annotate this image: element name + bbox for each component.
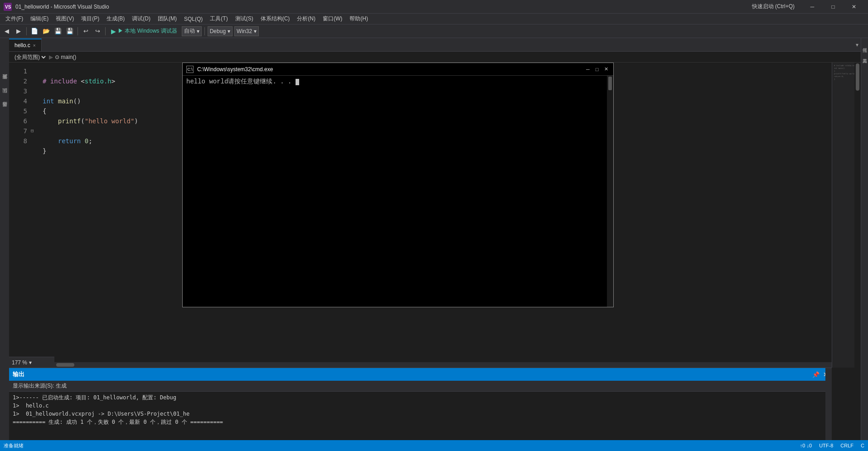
restore-button[interactable]: □: [823, 0, 844, 14]
output-subheader: 显示输出来源(S): 生成: [9, 381, 832, 392]
toolbar-save-btn[interactable]: 💾: [53, 26, 63, 36]
toolbar-sep-2: [78, 27, 78, 35]
zoom-area: 177 % ▾: [9, 357, 54, 368]
main-layout: 解决方案 团队 服务器 hello.c × ▾ (全局范围) ▶ ⊙ main(…: [0, 38, 868, 451]
tab-scroll-right[interactable]: ▾: [853, 39, 861, 51]
output-line-2: 1> hello.c: [13, 402, 828, 410]
zoom-dropdown-icon[interactable]: ▾: [29, 359, 32, 366]
status-bar: 准备就绪 ↑0 ↓0 UTF-8 CRLF C: [0, 440, 868, 451]
toolbar-new-btn[interactable]: 📄: [29, 26, 39, 36]
editor-hscrollbar[interactable]: [54, 362, 832, 368]
cmd-output-line: hello world请按任意键继续. . .: [186, 78, 610, 86]
menu-item-H[interactable]: 帮助(H): [346, 14, 372, 24]
vs-logo-icon: VS: [4, 3, 12, 11]
toolbar-redo-btn[interactable]: ↪: [92, 26, 102, 36]
toolbar-open-btn[interactable]: 📂: [41, 26, 51, 36]
menu-item-SQLQ[interactable]: SQL(Q): [180, 14, 206, 24]
play-icon: ▶: [111, 28, 116, 35]
platform-chevron: ▾: [254, 28, 257, 34]
toolbar: ◀ ▶ 📄 📂 💾 💾 ↩ ↪ ▶ ▶ 本地 Windows 调试器 自动 ▾ …: [0, 24, 868, 38]
scope-dropdown[interactable]: (全局范围): [13, 53, 47, 61]
config-dropdown[interactable]: 自动 ▾: [182, 26, 202, 36]
output-panel: 输出 📌 ✕ 显示输出来源(S): 生成 1>------ 已启动生成: 项目:…: [9, 368, 832, 451]
menu-bar: 文件(F)编辑(E)视图(V)项目(P)生成(B)调试(D)团队(M)SQL(Q…: [0, 14, 868, 24]
editor-container: hello.c × ▾ (全局范围) ▶ ⊙ main() 1 2 3 4 5 …: [9, 38, 861, 451]
status-eol: CRLF: [840, 443, 853, 448]
run-button[interactable]: ▶ ▶ 本地 Windows 调试器: [108, 27, 180, 35]
tab-hello-c[interactable]: hello.c ×: [9, 39, 42, 51]
toolbar-undo-btn[interactable]: ↩: [81, 26, 91, 36]
menu-item-D[interactable]: 调试(D): [128, 14, 154, 24]
status-ready: 准备就绪: [4, 442, 24, 449]
title-text: 01_helloworld - Microsoft Visual Studio: [15, 4, 109, 10]
output-vscrollbar[interactable]: [825, 368, 832, 451]
toolbar-sep-4: [204, 27, 205, 35]
editor-vscrollbar[interactable]: [854, 63, 861, 368]
menu-item-E[interactable]: 编辑(E): [27, 14, 52, 24]
menu-item-V[interactable]: 视图(V): [52, 14, 78, 24]
menu-item-P[interactable]: 项目(P): [78, 14, 103, 24]
menu-item-N[interactable]: 分析(N): [293, 14, 319, 24]
toolbar-fwd-btn[interactable]: ▶: [14, 26, 24, 36]
debug-dropdown[interactable]: Debug ▾: [208, 26, 233, 36]
status-encoding: UTF-8: [819, 443, 833, 448]
menu-item-F[interactable]: 文件(F): [2, 14, 27, 24]
menu-item-M[interactable]: 团队(M): [154, 14, 180, 24]
output-pin-icon[interactable]: 📌: [812, 371, 820, 378]
cmd-vscrollbar[interactable]: [607, 76, 613, 307]
scrollbar-thumb: [856, 63, 859, 91]
config-label: 自动: [184, 27, 195, 35]
title-bar-right: 快速启动 (Ctrl+Q) ─ □ ✕: [752, 0, 864, 14]
close-button[interactable]: ✕: [844, 0, 864, 14]
cmd-close-btn[interactable]: ✕: [602, 66, 610, 73]
tab-close-icon[interactable]: ×: [33, 43, 36, 48]
tab-label: hello.c: [15, 42, 30, 48]
output-source-label: 显示输出来源(S): 生成: [13, 382, 67, 390]
zoom-level: 177 %: [12, 359, 27, 366]
cmd-content: hello world请按任意键继续. . .: [183, 76, 613, 307]
run-label: ▶ 本地 Windows 调试器: [118, 27, 177, 35]
svg-text:VS: VS: [5, 5, 11, 10]
output-line-4: ========== 生成: 成功 1 个，失败 0 个，最新 0 个，跳过 0…: [13, 418, 828, 426]
config-chevron: ▾: [197, 28, 199, 34]
debug-label: Debug: [210, 28, 226, 34]
cmd-cursor: [296, 79, 299, 85]
breadcrumb-member: ⊙ main(): [55, 54, 76, 60]
menu-item-W[interactable]: 窗口(W): [319, 14, 346, 24]
tab-bar: hello.c × ▾: [9, 38, 861, 52]
menu-item-C[interactable]: 体系结构(C): [257, 14, 294, 24]
status-lang: C: [861, 443, 864, 448]
cmd-minimize-btn[interactable]: ─: [584, 66, 592, 73]
collapse-icon[interactable]: ⊟: [31, 126, 37, 136]
cmd-title-text: C:\Windows\system32\cmd.exe: [197, 66, 581, 73]
breadcrumb-separator: ▶: [49, 54, 53, 60]
cmd-window[interactable]: C:\ C:\Windows\system32\cmd.exe ─ □ ✕ he…: [182, 63, 614, 307]
toolbar-back-btn[interactable]: ◀: [2, 26, 12, 36]
quick-launch[interactable]: 快速启动 (Ctrl+Q): [752, 3, 795, 10]
toolbar-saveall-btn[interactable]: 💾: [65, 26, 75, 36]
cmd-title-buttons: ─ □ ✕: [584, 66, 610, 73]
toolbar-sep-1: [26, 27, 27, 35]
output-line-3: 1> 01_helloworld.vcxproj -> D:\Users\VS-…: [13, 410, 828, 418]
cmd-scrollbar-thumb: [608, 77, 612, 90]
output-header: 输出 📌 ✕: [9, 368, 832, 381]
left-panel: 解决方案 团队 服务器: [0, 38, 9, 451]
minimap-area: # include <stdio.h> int main() { printf(…: [832, 63, 861, 368]
title-bar-left: VS 01_helloworld - Microsoft Visual Stud…: [4, 3, 109, 11]
platform-label: Win32: [237, 28, 252, 34]
cmd-icon: C:\: [186, 66, 194, 73]
output-title: 输出: [13, 370, 24, 378]
platform-dropdown[interactable]: Win32 ▾: [234, 26, 259, 36]
menu-item-T[interactable]: 工具(T): [206, 14, 231, 24]
output-line-1: 1>------ 已启动生成: 项目: 01_helloworld, 配置: D…: [13, 393, 828, 402]
right-panel: 属性 工具箱: [861, 38, 868, 451]
title-bar: VS 01_helloworld - Microsoft Visual Stud…: [0, 0, 868, 14]
minimize-button[interactable]: ─: [802, 0, 823, 14]
breadcrumb: (全局范围) ▶ ⊙ main(): [9, 52, 861, 63]
debug-chevron: ▾: [228, 28, 230, 34]
menu-item-S[interactable]: 测试(S): [232, 14, 257, 24]
toolbar-sep-3: [105, 27, 106, 35]
status-git: ↑0 ↓0: [800, 443, 812, 448]
menu-item-B[interactable]: 生成(B): [103, 14, 128, 24]
cmd-restore-btn[interactable]: □: [593, 66, 601, 73]
